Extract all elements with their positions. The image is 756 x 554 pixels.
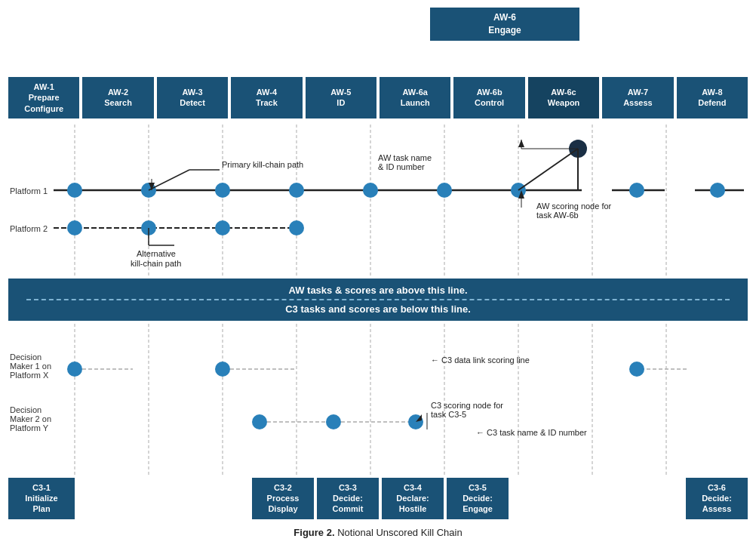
p1-node-aw1 <box>67 183 82 198</box>
task-box-aw3: AW-3Detect <box>157 77 228 118</box>
c3-area: Decision Maker 1 on Platform X Decision … <box>8 324 748 475</box>
c3-task-box-3: C3-3Decide:Commit <box>317 478 379 519</box>
dm1-node-c3-2 <box>215 362 230 377</box>
figure-caption-text: Notional Unscored Kill Chain <box>335 527 463 538</box>
p1-node-aw4 <box>289 183 304 198</box>
task-box-aw2: AW-2Search <box>82 77 153 118</box>
c3-task-row: C3-1InitializePlan C3-2ProcessDisplay C3… <box>8 478 748 519</box>
c3-task-box-6: C3-6Decide:Assess <box>686 478 748 519</box>
svg-text:& ID number: & ID number <box>378 162 425 171</box>
killchain-svg: Platform 1 Platform 2 <box>8 125 748 275</box>
task-box-aw7: AW-7Assess <box>602 77 673 118</box>
divider-bar: AW tasks & scores are above this line. C… <box>8 279 748 321</box>
c3-scoring-node-label: C3 scoring node for <box>431 401 503 410</box>
task-box-aw8: AW-8Defend <box>677 77 748 118</box>
c3-data-link-label: ← C3 data link scoring line <box>431 355 530 365</box>
svg-marker-25 <box>518 140 524 147</box>
svg-text:task C3-5: task C3-5 <box>431 410 466 419</box>
primary-path-label: Primary kill-chain path <box>222 160 303 169</box>
task-box-aw4: AW-4Track <box>231 77 302 118</box>
dm2-node-2 <box>326 414 341 429</box>
svg-text:task AW-6b: task AW-6b <box>536 211 579 220</box>
c3-task-box-4: C3-4Declare:Hostile <box>382 478 444 519</box>
aw6-engage-box: AW-6 Engage <box>430 8 579 41</box>
task-box-aw6a: AW-6aLaunch <box>380 77 450 118</box>
c3-svg: Decision Maker 1 on Platform X Decision … <box>8 324 748 475</box>
svg-line-12 <box>518 149 578 190</box>
divider-dashed-line <box>26 299 730 300</box>
task-box-aw5: AW-5ID <box>306 77 376 118</box>
header-area: AW-6 Engage AW-1PrepareConfigure AW-2Sea… <box>8 8 748 118</box>
svg-text:Platform Y: Platform Y <box>10 423 49 432</box>
dm2-node-1 <box>252 414 267 429</box>
p2-node-aw4 <box>289 220 304 235</box>
p2-node-aw3 <box>215 220 230 235</box>
p1-node-aw6a <box>437 183 452 198</box>
c3-task-box-2: C3-2ProcessDisplay <box>252 478 314 519</box>
aw-scoring-label: AW scoring node for <box>536 202 612 211</box>
p1-node-aw3 <box>215 183 230 198</box>
dm1-node-c3-1 <box>67 362 82 377</box>
svg-text:Maker 1 on: Maker 1 on <box>10 362 51 371</box>
alt-path-label: Alternative <box>137 249 176 258</box>
p1-node-aw8 <box>710 183 725 198</box>
p1-node-aw7 <box>629 183 644 198</box>
task-box-aw1: AW-1PrepareConfigure <box>8 77 79 118</box>
aw-task-name-label: AW task name <box>378 153 432 162</box>
c3-task-name-label: ← C3 task name & ID number <box>476 428 587 437</box>
svg-text:kill-chain path: kill-chain path <box>131 259 181 268</box>
c3-task-box-5: C3-5Decide:Engage <box>447 478 509 519</box>
dm1-label: Decision <box>10 352 41 362</box>
figure-caption-bold: Figure 2. <box>293 527 334 538</box>
p1-node-aw5 <box>363 183 378 198</box>
divider-line1: AW tasks & scores are above this line. <box>11 285 745 296</box>
platform1-label: Platform 1 <box>10 186 48 195</box>
svg-text:Platform X: Platform X <box>10 371 49 380</box>
c3-task-box-1: C3-1InitializePlan <box>8 478 75 519</box>
killchain-area: Platform 1 Platform 2 <box>8 125 748 275</box>
dm2-label: Decision <box>10 405 41 414</box>
figure-caption: Figure 2. Notional Unscored Kill Chain <box>8 527 748 538</box>
diagram-container: AW-6 Engage AW-1PrepareConfigure AW-2Sea… <box>8 8 748 538</box>
divider-line2: C3 tasks and scores are below this line. <box>11 303 745 315</box>
p2-node-aw1 <box>67 220 82 235</box>
task-box-aw6b: AW-6bControl <box>453 77 524 118</box>
task-boxes-row: AW-1PrepareConfigure AW-2Search AW-3Dete… <box>8 77 748 118</box>
dm1-node-right <box>629 362 644 377</box>
svg-text:Maker 2 on: Maker 2 on <box>10 414 51 423</box>
task-box-aw6c: AW-6cWeapon <box>528 77 599 118</box>
svg-line-15 <box>149 170 189 190</box>
platform2-label: Platform 2 <box>10 224 48 233</box>
